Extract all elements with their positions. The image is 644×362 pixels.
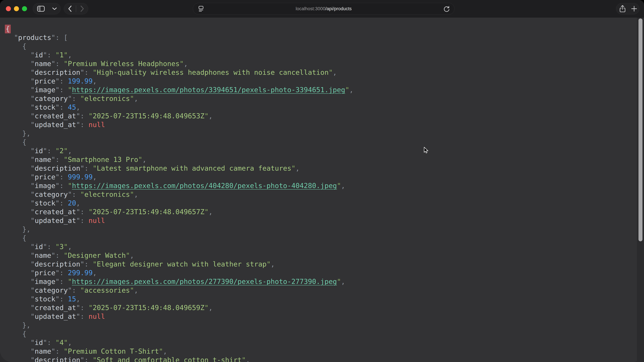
sidebar-icon <box>37 6 45 12</box>
chevron-down-icon <box>52 7 57 10</box>
tab-groups-menu-button[interactable] <box>49 3 60 14</box>
toggle-sidebar-button[interactable] <box>33 3 49 14</box>
forward-button[interactable] <box>76 3 88 14</box>
plus-icon <box>631 6 637 12</box>
chevron-left-icon <box>68 5 72 12</box>
share-button[interactable] <box>616 3 629 14</box>
reload-button[interactable] <box>443 3 450 14</box>
navigation-button-group <box>64 3 88 14</box>
address-bar[interactable]: localhost:3000/api/products <box>193 3 454 14</box>
scrollbar-thumb[interactable] <box>638 18 642 241</box>
browser-toolbar: localhost:3000/api/products <box>0 0 644 17</box>
url-path: /api/products <box>325 6 352 11</box>
json-viewer: { "products": [ { "id": "1", "name": "Pr… <box>0 17 644 362</box>
image-link[interactable]: https://images.pexels.com/photos/404280/… <box>72 182 337 190</box>
page-settings-icon <box>198 5 204 12</box>
image-link[interactable]: https://images.pexels.com/photos/277390/… <box>72 278 337 286</box>
sidebar-button-group <box>33 3 61 14</box>
safari-window: localhost:3000/api/products <box>0 0 644 362</box>
new-tab-button[interactable] <box>629 3 639 14</box>
minimize-window-button[interactable] <box>14 6 19 11</box>
json-document: { "products": [ { "id": "1", "name": "Pr… <box>0 17 636 362</box>
highlighted-open-brace: { <box>5 25 11 33</box>
close-window-button[interactable] <box>6 6 11 11</box>
zoom-window-button[interactable] <box>22 6 27 11</box>
url-host: localhost:3000 <box>296 6 325 11</box>
page-settings-button[interactable] <box>198 3 204 14</box>
scrollbar-track[interactable] <box>636 17 644 362</box>
share-icon <box>619 5 626 12</box>
reload-icon <box>443 5 450 12</box>
image-link[interactable]: https://images.pexels.com/photos/3394651… <box>72 86 345 94</box>
window-controls <box>6 6 27 11</box>
url-text: localhost:3000/api/products <box>296 6 352 11</box>
back-button[interactable] <box>64 3 76 14</box>
chevron-right-icon <box>80 5 84 12</box>
actions-button-group <box>616 3 640 14</box>
